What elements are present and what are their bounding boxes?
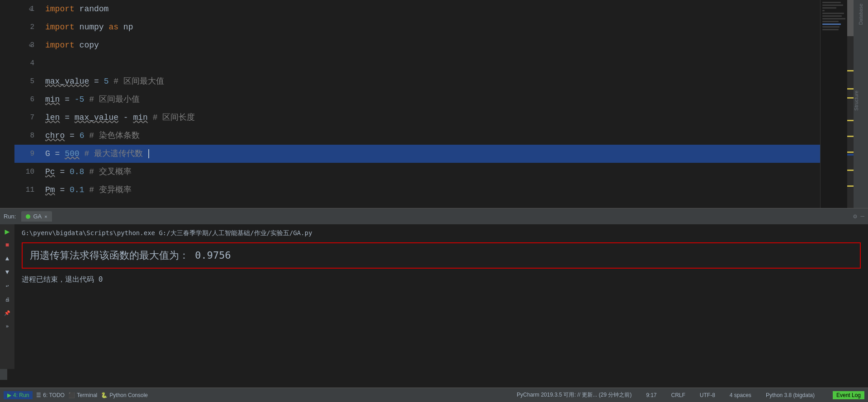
run-status-button[interactable]: ▶ 4: Run bbox=[4, 391, 33, 399]
minimize-icon[interactable]: ─ bbox=[861, 213, 864, 220]
code-line-8[interactable]: 8chro = 6 # 染色体条数 bbox=[14, 127, 854, 145]
scroll-mark-5 bbox=[847, 136, 854, 137]
editor-container: 1⊖import random2import numpy as np3⊖impo… bbox=[14, 0, 854, 208]
run-tab-ga[interactable]: GA × bbox=[21, 211, 52, 222]
status-bar: ▶ 4: Run ☰ 6: TODO ⬛ Terminal 🐍 Python C… bbox=[0, 388, 868, 402]
console-status-button[interactable]: 🐍 Python Console bbox=[101, 392, 148, 398]
line-number-8: 8 bbox=[14, 132, 42, 140]
minimap-lines bbox=[821, 0, 847, 32]
run-toolbar-right: ⚙ ─ bbox=[853, 213, 864, 220]
line-content-6: min = -5 # 区间最小值 bbox=[42, 90, 854, 109]
play-button[interactable]: ▶ bbox=[2, 226, 13, 237]
result-text: 用遗传算法求得该函数的最大值为： 0.9756 bbox=[30, 250, 231, 261]
fold-icon-1[interactable]: ⊖ bbox=[29, 6, 32, 13]
indent-setting: 4 spaces bbox=[730, 392, 751, 398]
line-number-7: 7 bbox=[14, 114, 42, 122]
scroll-up-button[interactable]: ▲ bbox=[2, 253, 13, 264]
run-content-area: G:\pyenv\bigdata\Scripts\python.exe G:/大… bbox=[14, 224, 868, 388]
code-line-3[interactable]: 3⊖import copy bbox=[14, 36, 854, 54]
line-number-5: 5 bbox=[14, 77, 42, 85]
scroll-mark-3 bbox=[847, 97, 854, 99]
line-content-5: max_value = 5 # 区间最大值 bbox=[42, 72, 854, 90]
code-line-9[interactable]: 9G = 500 # 最大遗传代数 bbox=[14, 145, 854, 163]
cursor-position: 9:17 bbox=[646, 392, 656, 398]
line-content-3: import copy bbox=[42, 36, 854, 54]
todo-status-button[interactable]: ☰ 6: TODO bbox=[36, 392, 65, 398]
database-label[interactable]: Database bbox=[858, 4, 863, 25]
line-content-10: Pc = 0.8 # 交叉概率 bbox=[42, 163, 854, 181]
run-controls: ▶ ■ ▲ ▼ ↩ 🖨 📌 » bbox=[0, 224, 14, 369]
scroll-mark-4 bbox=[847, 120, 854, 121]
code-line-5[interactable]: 5max_value = 5 # 区间最大值 bbox=[14, 72, 854, 90]
run-panel-label: Run: bbox=[4, 213, 16, 220]
line-number-3: 3⊖ bbox=[14, 41, 42, 49]
line-content-7: len = max_value - min # 区间长度 bbox=[42, 109, 854, 127]
scrollbar-thumb[interactable] bbox=[847, 0, 854, 36]
editor-content: 1⊖import random2import numpy as np3⊖impo… bbox=[14, 0, 854, 208]
line-content-1: import random bbox=[42, 0, 854, 18]
scroll-mark-6 bbox=[847, 151, 854, 153]
run-tab-dot bbox=[26, 214, 30, 219]
line-number-2: 2 bbox=[14, 23, 42, 31]
cmd-line: G:\pyenv\bigdata\Scripts\python.exe G:/大… bbox=[22, 229, 861, 238]
code-line-1[interactable]: 1⊖import random bbox=[14, 0, 854, 18]
exit-line: 进程已结束，退出代码 0 bbox=[22, 275, 861, 284]
line-number-6: 6 bbox=[14, 95, 42, 104]
settings-icon[interactable]: ⚙ bbox=[853, 213, 857, 220]
python-version: Python 3.8 (bigdata) bbox=[766, 392, 815, 398]
line-number-9: 9 bbox=[14, 150, 42, 158]
line-ending: CRLF bbox=[671, 392, 685, 398]
wrap-button[interactable]: ↩ bbox=[2, 280, 13, 291]
run-tab-close[interactable]: × bbox=[44, 214, 47, 219]
scroll-mark-blue bbox=[847, 154, 854, 156]
status-bar-right: PyCharm 2019.3.5 可用: // 更新... (29 分钟之前) … bbox=[517, 391, 864, 399]
file-encoding: UTF-8 bbox=[700, 392, 715, 398]
line-number-4: 4 bbox=[14, 59, 42, 67]
code-line-4[interactable]: 4 bbox=[14, 54, 854, 72]
run-toolbar: Run: GA × ⚙ ─ bbox=[0, 208, 868, 224]
result-box: 用遗传算法求得该函数的最大值为： 0.9756 bbox=[22, 242, 861, 269]
scroll-mark-8 bbox=[847, 185, 854, 187]
stop-button[interactable]: ■ bbox=[2, 240, 13, 251]
expand-button[interactable]: » bbox=[2, 321, 13, 332]
scroll-mark-2 bbox=[847, 88, 854, 90]
pin-button[interactable]: 📌 bbox=[2, 307, 13, 318]
minimap bbox=[820, 0, 847, 208]
print-button[interactable]: 🖨 bbox=[2, 294, 13, 305]
fold-icon-3[interactable]: ⊖ bbox=[29, 42, 32, 49]
line-number-1: 1⊖ bbox=[14, 5, 42, 13]
run-tab-name: GA bbox=[33, 213, 42, 220]
code-line-2[interactable]: 2import numpy as np bbox=[14, 18, 854, 36]
line-number-10: 10 bbox=[14, 168, 42, 176]
terminal-status-button[interactable]: ⬛ Terminal bbox=[68, 392, 97, 398]
structure-right-label[interactable]: Structure bbox=[854, 90, 868, 111]
line-content-2: import numpy as np bbox=[42, 18, 854, 36]
code-line-7[interactable]: 7len = max_value - min # 区间长度 bbox=[14, 109, 854, 127]
scroll-mark-1 bbox=[847, 70, 854, 71]
line-content-11: Pm = 0.1 # 变异概率 bbox=[42, 181, 854, 199]
code-line-10[interactable]: 10Pc = 0.8 # 交叉概率 bbox=[14, 163, 854, 181]
editor-scrollbar[interactable] bbox=[847, 0, 854, 208]
code-line-11[interactable]: 11Pm = 0.1 # 变异概率 bbox=[14, 181, 854, 199]
code-line-6[interactable]: 6min = -5 # 区间最小值 bbox=[14, 90, 854, 109]
line-content-8: chro = 6 # 染色体条数 bbox=[42, 127, 854, 145]
scroll-down-button[interactable]: ▼ bbox=[2, 267, 13, 278]
scroll-mark-7 bbox=[847, 170, 854, 171]
line-content-9: G = 500 # 最大遗传代数 bbox=[42, 145, 854, 163]
line-number-11: 11 bbox=[14, 186, 42, 194]
pycharm-info: PyCharm 2019.3.5 可用: // 更新... (29 分钟之前) bbox=[517, 391, 632, 399]
event-log-button[interactable]: Event Log bbox=[833, 391, 864, 399]
cursor bbox=[143, 149, 149, 158]
